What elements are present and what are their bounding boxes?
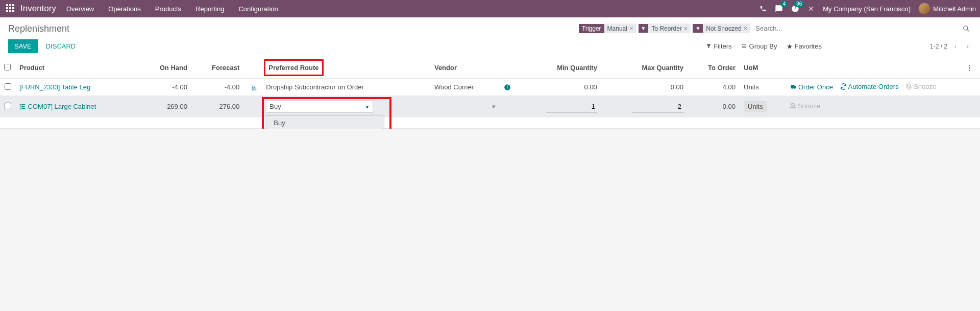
chip-toreorder[interactable]: ▼ To Reorder× (639, 23, 691, 33)
cell-vendor[interactable]: Wood Corner (430, 79, 500, 96)
pager-value[interactable]: 1-2 / 2 (930, 43, 947, 50)
col-minqty[interactable]: Min Quantity (515, 57, 601, 79)
activities-icon[interactable]: 36 (791, 5, 799, 13)
chip-notsnoozed[interactable]: ▼ Not Snoozed× (693, 23, 750, 33)
product-link[interactable]: [FURN_2333] Table Leg (19, 83, 90, 91)
minqty-input[interactable] (546, 101, 597, 112)
svg-line-1 (967, 30, 969, 32)
messages-badge: 4 (780, 1, 789, 7)
menu-operations[interactable]: Operations (108, 5, 141, 13)
forecast-chart-icon[interactable] (251, 83, 258, 91)
menu-configuration[interactable]: Configuration (238, 5, 278, 13)
row-checkbox[interactable] (5, 103, 11, 109)
snooze-button[interactable]: Snooze (905, 83, 936, 90)
discard-button[interactable]: DISCARD (44, 39, 78, 53)
messages-icon[interactable]: 4 (775, 5, 783, 13)
col-uom[interactable]: UoM (740, 57, 786, 79)
cell-toorder[interactable]: 4.00 (688, 79, 740, 96)
order-once-button[interactable]: Order Once (790, 83, 833, 91)
company-selector[interactable]: My Company (San Francisco) (823, 5, 911, 13)
caret-down-icon: ▼ (364, 104, 370, 109)
chip-close-icon[interactable]: × (684, 25, 688, 32)
user-menu[interactable]: Mitchell Admin (919, 3, 976, 14)
filter-icon: ▼ (639, 24, 649, 33)
dropdown-option[interactable]: Buy (266, 116, 383, 129)
cell-forecast: 276.00 (191, 96, 243, 117)
save-button[interactable]: SAVE (8, 39, 38, 53)
table-row[interactable]: [FURN_2333] Table Leg -4.00 -4.00 Dropsh… (0, 79, 980, 96)
groupby-button[interactable]: Group By (741, 42, 777, 50)
cell-route[interactable]: Dropship Subcontractor on Order (262, 79, 430, 96)
cell-forecast: -4.00 (191, 79, 243, 96)
topnav-right: 4 36 My Company (San Francisco) Mitchell… (760, 3, 976, 14)
menu-products[interactable]: Products (155, 5, 181, 13)
cell-onhand: 269.00 (139, 96, 191, 117)
chip-close-icon[interactable]: × (629, 25, 633, 32)
pager: 1-2 / 2 ‹ › (930, 42, 972, 51)
chip-label: Trigger (579, 24, 604, 33)
automate-orders-button[interactable]: Automate Orders (840, 83, 899, 90)
snooze-button[interactable]: Snooze (790, 102, 820, 110)
caret-down-icon[interactable]: ▾ (492, 103, 496, 110)
user-name: Mitchell Admin (933, 5, 976, 13)
col-product[interactable]: Product (15, 57, 139, 79)
cell-toorder[interactable]: 0.00 (688, 96, 740, 117)
svg-text:i: i (507, 85, 508, 90)
chip-trigger[interactable]: Trigger Manual× (579, 23, 636, 33)
cell-vendor[interactable]: ▾ (430, 96, 500, 117)
table-row[interactable]: [E-COM07] Large Cabinet 269.00 276.00 Bu… (0, 96, 980, 117)
svg-point-0 (964, 26, 968, 30)
main-menu: Overview Operations Products Reporting C… (66, 5, 278, 13)
list-view: Product On Hand Forecast Preferred Route… (0, 57, 980, 129)
menu-overview[interactable]: Overview (66, 5, 94, 13)
cell-onhand: -4.00 (139, 79, 191, 96)
select-all-checkbox[interactable] (4, 64, 11, 70)
pager-next-icon[interactable]: › (964, 42, 972, 51)
chip-close-icon[interactable]: × (744, 25, 748, 32)
route-select[interactable]: Buy ▼ Buy Dropship Subcontractor on Orde… (266, 100, 426, 113)
product-link[interactable]: [E-COM07] Large Cabinet (19, 103, 96, 110)
favorites-button[interactable]: Favorites (787, 42, 822, 50)
route-dropdown: Buy Dropship Subcontractor on Order Manu… (266, 115, 383, 129)
search-input[interactable] (752, 23, 959, 33)
col-onhand[interactable]: On Hand (139, 57, 191, 79)
menu-reporting[interactable]: Reporting (195, 5, 224, 13)
row-checkbox[interactable] (5, 83, 11, 90)
cell-minqty[interactable]: 0.00 (515, 79, 601, 96)
col-forecast[interactable]: Forecast (191, 57, 243, 79)
filter-icon: ▼ (693, 24, 703, 33)
cell-maxqty[interactable]: 0.00 (601, 79, 688, 96)
apps-icon[interactable] (6, 4, 15, 13)
route-input-value: Buy (270, 103, 281, 110)
filters-button[interactable]: Filters (706, 42, 731, 50)
phone-icon[interactable] (760, 5, 767, 12)
col-maxqty[interactable]: Max Quantity (601, 57, 688, 79)
cell-uom[interactable]: Units (744, 101, 767, 112)
page-title: Replenishment (8, 23, 69, 34)
control-panel: Replenishment Trigger Manual× ▼ To Reord… (0, 17, 980, 57)
pager-prev-icon[interactable]: ‹ (951, 42, 960, 51)
cell-uom[interactable]: Units (740, 79, 786, 96)
options-menu-icon[interactable]: ⋮ (963, 64, 976, 71)
col-toorder[interactable]: To Order (688, 57, 740, 79)
search-box: Trigger Manual× ▼ To Reorder× ▼ Not Snoo… (579, 23, 972, 33)
app-brand[interactable]: Inventory (20, 4, 56, 14)
avatar-icon (919, 3, 930, 14)
close-icon[interactable] (807, 5, 815, 12)
maxqty-input[interactable] (632, 101, 683, 112)
activities-badge: 36 (794, 1, 804, 7)
search-icon[interactable] (961, 25, 972, 33)
col-vendor[interactable]: Vendor (430, 57, 500, 79)
col-route[interactable]: Preferred Route (262, 57, 430, 79)
top-nav: Inventory Overview Operations Products R… (0, 0, 980, 17)
info-icon[interactable]: i (504, 83, 511, 91)
